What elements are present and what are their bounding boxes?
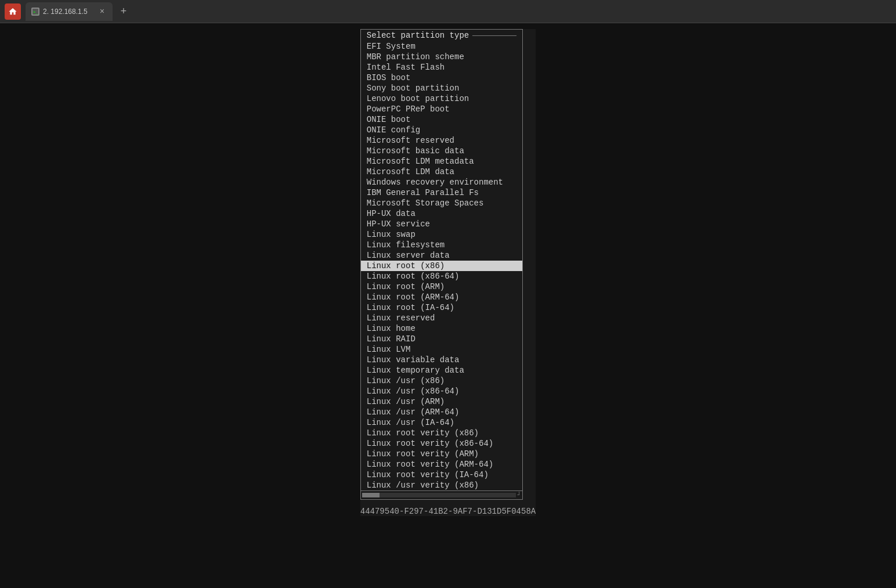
list-item[interactable]: Linux /usr verity (x86) [361,480,522,490]
list-item[interactable]: Linux root verity (ARM-64) [361,459,522,470]
tab-terminal-icon: >_ [31,8,39,16]
list-item[interactable]: HP-UX data [361,208,522,219]
list-item[interactable]: Linux filesystem [361,240,522,250]
header-divider-line [472,35,516,36]
list-item[interactable]: ONIE config [361,125,522,135]
scrollbar-corner-marker: ┘ [517,492,521,499]
scrollbar-track[interactable] [362,493,516,497]
scrollbar-thumb[interactable] [362,493,380,497]
list-item[interactable]: Linux root verity (ARM) [361,449,522,459]
list-item[interactable]: Microsoft Storage Spaces [361,198,522,208]
list-item[interactable]: EFI System [361,41,522,52]
list-item[interactable]: BIOS boot [361,73,522,83]
list-item[interactable]: Linux /usr (x86-64) [361,386,522,396]
browser-toolbar: >_ 2. 192.168.1.5 × + [0,0,896,23]
list-item[interactable]: ONIE boot [361,114,522,125]
list-item[interactable]: Linux temporary data [361,365,522,376]
list-item[interactable]: Lenovo boot partition [361,93,522,104]
list-item[interactable]: Intel Fast Flash [361,62,522,73]
partition-list-container: Select partition type EFI SystemMBR part… [360,29,523,500]
list-item[interactable]: Linux swap [361,229,522,240]
tab-close-button[interactable]: × [97,7,107,16]
list-item[interactable]: Microsoft LDM data [361,167,522,177]
partition-type-dialog: Select partition type EFI SystemMBR part… [360,29,536,516]
list-item[interactable]: Linux /usr (ARM-64) [361,407,522,417]
list-item[interactable]: Linux server data [361,250,522,261]
dialog-header-title: Select partition type [367,31,469,40]
guid-text: 44479540-F297-41B2-9AF7-D131D5F0458A [360,507,536,516]
list-item[interactable]: Linux /usr (IA-64) [361,417,522,428]
list-item[interactable]: Sony boot partition [361,83,522,93]
list-item[interactable]: Linux root (x86) [361,261,522,271]
list-item[interactable]: Linux root (ARM-64) [361,292,522,302]
partition-list: EFI SystemMBR partition schemeIntel Fast… [361,41,522,490]
list-item[interactable]: Linux LVM [361,344,522,355]
list-item[interactable]: Linux /usr (x86) [361,376,522,386]
new-tab-button[interactable]: + [116,4,131,19]
list-item[interactable]: Linux RAID [361,334,522,344]
home-button[interactable] [5,3,21,20]
list-item[interactable]: Windows recovery environment [361,177,522,187]
list-item[interactable]: Linux reserved [361,313,522,323]
terminal-area: Select partition type EFI SystemMBR part… [0,23,896,588]
tab-bar: >_ 2. 192.168.1.5 × + [26,2,891,21]
list-item[interactable]: Microsoft LDM metadata [361,156,522,167]
list-item[interactable]: Linux variable data [361,355,522,365]
list-item[interactable]: Microsoft basic data [361,146,522,156]
dialog-header-row: Select partition type [361,30,522,41]
list-item[interactable]: Linux home [361,323,522,334]
active-tab[interactable]: >_ 2. 192.168.1.5 × [26,2,113,21]
list-item[interactable]: Linux root verity (IA-64) [361,470,522,480]
list-item[interactable]: Linux root (ARM) [361,282,522,292]
list-item[interactable]: MBR partition scheme [361,52,522,62]
list-item[interactable]: HP-UX service [361,219,522,229]
list-item[interactable]: Microsoft reserved [361,135,522,146]
list-item[interactable]: Linux /usr (ARM) [361,396,522,407]
list-item[interactable]: Linux root (x86-64) [361,271,522,282]
list-item[interactable]: Linux root verity (x86-64) [361,438,522,449]
list-item[interactable]: Linux root (IA-64) [361,302,522,313]
home-icon [8,7,17,16]
scrollbar-bottom[interactable]: ┘ [361,490,522,499]
tab-label: 2. 192.168.1.5 [43,8,95,16]
list-item[interactable]: IBM General Parallel Fs [361,187,522,198]
list-item[interactable]: Linux root verity (x86) [361,428,522,438]
svg-text:>_: >_ [33,10,38,15]
list-item[interactable]: PowerPC PReP boot [361,104,522,114]
